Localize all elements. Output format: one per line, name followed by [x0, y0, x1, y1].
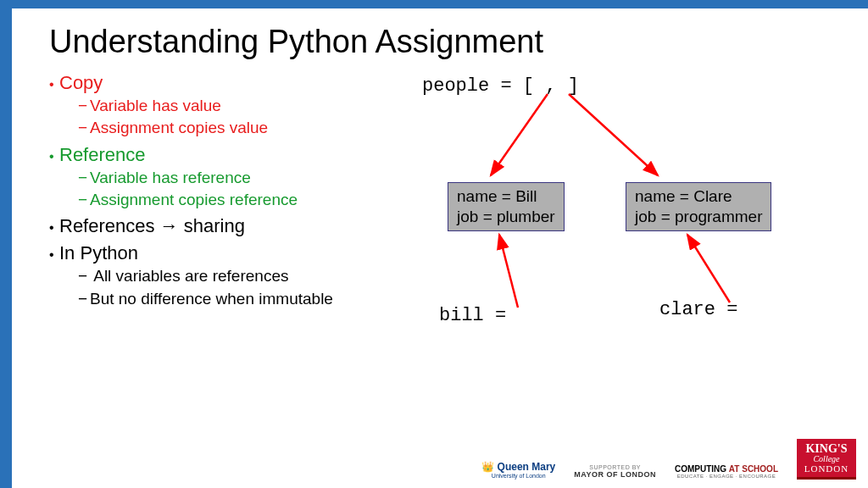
bullet-reference: •Reference −Variable has reference −Assi… [49, 144, 388, 211]
logo-mayor: SUPPORTED BY MAYOR OF LONDON [574, 464, 656, 480]
diagram: people = [ , ] name = Bill job = plumber… [388, 72, 868, 445]
logo-cas: COMPUTING AT SCHOOL EDUCATE · ENGAGE · E… [675, 464, 778, 480]
svg-line-2 [499, 235, 518, 308]
code-bill: bill = [439, 305, 506, 326]
box-bill: name = Bill job = plumber [448, 182, 565, 231]
code-people: people = [ , ] [422, 75, 579, 97]
svg-line-1 [569, 94, 658, 175]
bullet-list: •Copy −Variable has value −Assignment co… [49, 72, 388, 445]
box-clare: name = Clare job = programmer [626, 182, 771, 231]
slide-content: •Copy −Variable has value −Assignment co… [12, 72, 868, 445]
slide-title: Understanding Python Assignment [12, 8, 868, 72]
footer-logos: 👑 Queen Mary University of London SUPPOR… [481, 439, 856, 480]
logo-queen-mary: 👑 Queen Mary University of London [481, 462, 555, 480]
arrows [388, 72, 868, 445]
bullet-sharing: •References → sharing [49, 215, 388, 237]
bullet-python: •In Python − All variables are reference… [49, 242, 388, 309]
logo-kcl: KING'S College LONDON [797, 439, 856, 480]
svg-line-0 [491, 94, 548, 175]
code-clare: clare = [659, 299, 737, 320]
svg-line-3 [687, 235, 730, 302]
bullet-copy: •Copy −Variable has value −Assignment co… [49, 72, 388, 139]
